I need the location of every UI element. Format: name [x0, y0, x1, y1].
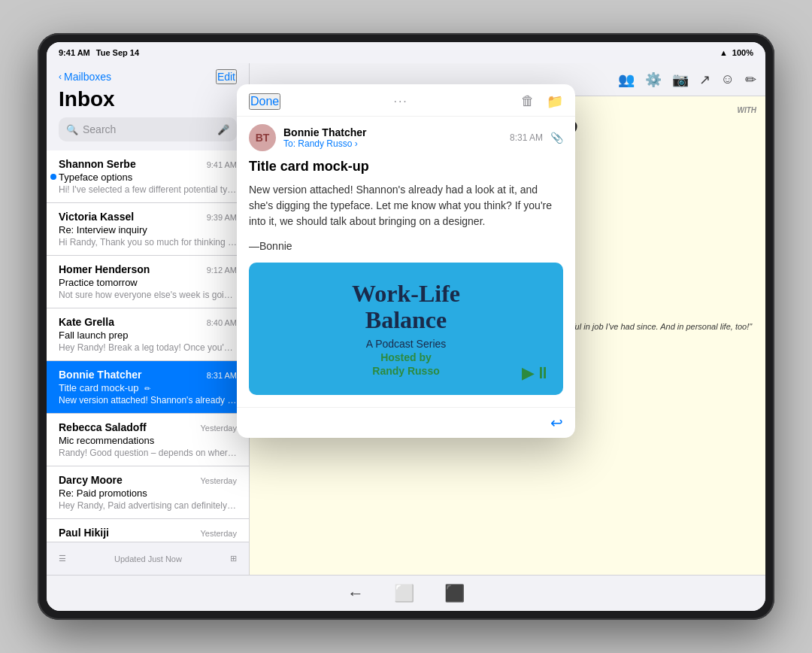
- email-subject: Re: Paid promotions: [59, 487, 237, 499]
- email-time: 9:41 AM: [207, 160, 237, 169]
- sender-to: To: Randy Russo ›: [283, 138, 502, 149]
- sender-name: Shannon Serbe: [59, 158, 136, 170]
- podcast-hosted: Hosted by: [264, 351, 548, 363]
- email-preview: Hey Randy, Paid advertising can definite…: [59, 500, 237, 511]
- modal-sender-row: BT Bonnie Thatcher To: Randy Russo › 8:3…: [237, 117, 575, 159]
- unread-dot: [50, 174, 56, 180]
- mail-item-header: Homer Henderson 9:12 AM: [59, 263, 237, 275]
- people-icon[interactable]: 👥: [618, 71, 635, 88]
- folder-icon[interactable]: 📁: [547, 93, 563, 110]
- email-time: 9:12 AM: [207, 266, 237, 275]
- email-preview: Not sure how everyone else's week is goi…: [59, 290, 237, 300]
- mail-item[interactable]: Homer Henderson 9:12 AM Practice tomorro…: [47, 256, 249, 308]
- pencil-icon: ✏: [144, 384, 150, 393]
- mail-item[interactable]: Victoria Kassel 9:39 AM Re: Interview in…: [47, 203, 249, 256]
- camera-icon[interactable]: 📷: [672, 71, 689, 88]
- sender-name: Victoria Kassel: [59, 211, 134, 223]
- modal-actions: 🗑 📁: [521, 93, 563, 110]
- email-preview: New version attached! Shannon's already …: [59, 395, 237, 405]
- mail-item-header: Bonnie Thatcher 8:31 AM: [59, 369, 237, 381]
- emoji-icon[interactable]: ☺: [721, 71, 735, 87]
- ipad-screen: 9:41 AM Tue Sep 14 ▲ 100% ‹ Mailboxes E: [47, 42, 765, 611]
- compose-icon[interactable]: ☰: [59, 554, 66, 563]
- recipient-arrow: ›: [355, 138, 358, 149]
- email-preview: Hi Randy, Thank you so much for thinking…: [59, 237, 237, 248]
- email-subject: Fall launch prep: [59, 330, 237, 341]
- sender-name: Paul Hikiji: [59, 527, 109, 539]
- sender-avatar: BT: [249, 124, 276, 151]
- trash-icon[interactable]: 🗑: [521, 93, 535, 110]
- email-time: Yesterday: [200, 424, 237, 433]
- more-options-icon[interactable]: ···: [393, 95, 408, 108]
- mail-item[interactable]: Shannon Serbe 9:41 AM Typeface options H…: [47, 150, 249, 203]
- mailboxes-label: Mailboxes: [64, 71, 111, 83]
- modal-footer: ↩: [237, 407, 575, 438]
- email-preview: Hey Randy! Break a leg today! Once you'v…: [59, 342, 237, 353]
- mail-item[interactable]: Kate Grella 8:40 AM Fall launch prep Hey…: [47, 308, 249, 361]
- sender-name: Kate Grella: [59, 316, 114, 328]
- dock-back-icon[interactable]: ←: [347, 584, 364, 603]
- battery-status: 100%: [732, 48, 753, 57]
- email-subject: Practice tomorrow: [59, 277, 237, 288]
- mail-list: Shannon Serbe 9:41 AM Typeface options H…: [47, 150, 249, 542]
- mail-nav: ‹ Mailboxes Edit: [59, 69, 237, 84]
- email-time: Yesterday: [200, 476, 237, 485]
- email-time: 8:31 AM: [207, 371, 237, 380]
- ipad-frame: 9:41 AM Tue Sep 14 ▲ 100% ‹ Mailboxes E: [38, 33, 774, 620]
- play-pause-icon[interactable]: ▶︎⏸: [522, 363, 551, 383]
- search-bar[interactable]: 🔍 Search 🎤: [59, 117, 237, 141]
- email-preview: Randy! Good question – depends on where …: [59, 448, 237, 458]
- podcast-card: Work-LifeBalance A Podcast Series Hosted…: [249, 263, 563, 395]
- email-subject: Mic recommendations: [59, 435, 237, 446]
- email-time-modal: 8:31 AM: [510, 132, 543, 143]
- mail-header: ‹ Mailboxes Edit Inbox 🔍 Search 🎤: [47, 63, 249, 150]
- mail-item-header: Victoria Kassel 9:39 AM: [59, 211, 237, 223]
- mail-item-header: Kate Grella 8:40 AM: [59, 316, 237, 328]
- wifi-icon: ▲: [720, 48, 728, 57]
- email-subject: Title card mock-up ✏: [59, 382, 237, 393]
- mail-item-header: Darcy Moore Yesterday: [59, 474, 237, 486]
- mail-item-header: Rebecca Saladoff Yesterday: [59, 421, 237, 433]
- email-subject-modal: Title card mock-up: [249, 159, 563, 175]
- mail-item[interactable]: Bonnie Thatcher 8:31 AM Title card mock-…: [47, 361, 249, 414]
- search-icon: 🔍: [66, 124, 78, 135]
- edit-button[interactable]: Edit: [216, 69, 237, 84]
- status-bar: 9:41 AM Tue Sep 14 ▲ 100%: [47, 42, 765, 63]
- copy-icon[interactable]: ⊞: [230, 554, 237, 563]
- modal-header: Done ··· 🗑 📁: [237, 84, 575, 117]
- sender-name-modal: Bonnie Thatcher: [283, 126, 502, 138]
- email-subject: Typeface options: [59, 172, 237, 183]
- status-bar-right: ▲ 100%: [720, 48, 753, 57]
- podcast-host-name: Randy Russo: [264, 365, 548, 377]
- done-button[interactable]: Done: [249, 93, 280, 110]
- sender-name: Darcy Moore: [59, 474, 123, 486]
- dock-multitask-icon[interactable]: ⬛: [444, 584, 465, 603]
- email-time: 9:39 AM: [207, 213, 237, 222]
- mail-bottom-bar: ☰ Updated Just Now ⊞: [47, 542, 249, 575]
- email-body-text: New version attached! Shannon's already …: [249, 182, 563, 229]
- mail-item[interactable]: Rebecca Saladoff Yesterday Mic recommend…: [47, 414, 249, 466]
- mic-icon: 🎤: [217, 124, 229, 135]
- sender-to-text: To: Randy Russo: [283, 138, 352, 149]
- email-subject: Re: Interview inquiry: [59, 224, 237, 235]
- sender-name: Homer Henderson: [59, 263, 150, 275]
- inbox-title: Inbox: [59, 87, 237, 111]
- modal-body: Title card mock-up New version attached!…: [237, 159, 575, 407]
- status-date: Tue Sep 14: [96, 48, 139, 57]
- settings-icon[interactable]: ⚙️: [645, 71, 662, 88]
- mail-item[interactable]: Paul Hikiji Yesterday Team lunch? Was th…: [47, 519, 249, 542]
- attachment-icon: 📎: [550, 132, 563, 144]
- mail-sidebar: ‹ Mailboxes Edit Inbox 🔍 Search 🎤: [47, 63, 250, 575]
- sender-name: Rebecca Saladoff: [59, 421, 147, 433]
- mailboxes-link[interactable]: ‹ Mailboxes: [59, 71, 111, 83]
- reply-icon[interactable]: ↩: [550, 414, 563, 432]
- email-time: Yesterday: [200, 529, 237, 538]
- dock-home-icon[interactable]: ⬜: [394, 584, 414, 603]
- email-time: 8:40 AM: [207, 318, 237, 327]
- compose-note-icon[interactable]: ✏: [745, 71, 756, 88]
- mail-item[interactable]: Darcy Moore Yesterday Re: Paid promotion…: [47, 466, 249, 519]
- email-preview: Hi! I've selected a few different potent…: [59, 184, 237, 195]
- share-icon[interactable]: ↗: [699, 71, 710, 88]
- mail-item-header: Paul Hikiji Yesterday: [59, 527, 237, 539]
- search-placeholder: Search: [83, 123, 213, 135]
